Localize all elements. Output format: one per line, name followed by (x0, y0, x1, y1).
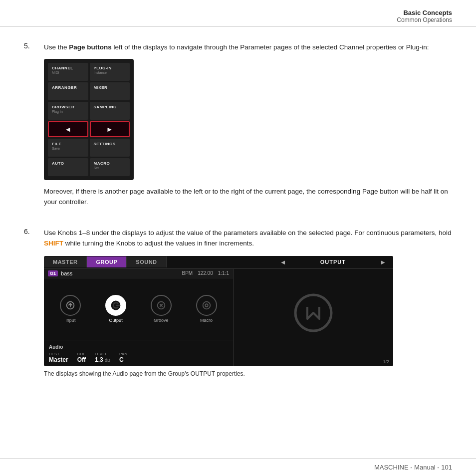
info-bar: G1 bass BPM 122.00 1:1:1 (44, 269, 233, 278)
audio-section: Audio DEST. Master CUE Off (44, 340, 233, 366)
icon-buttons-row: Input (44, 278, 233, 340)
page-buttons-bold: Page buttons (69, 43, 112, 51)
output-btn[interactable]: Output (105, 295, 126, 323)
param-pan: PAN C (119, 352, 127, 363)
macro-btn[interactable]: Macro (196, 295, 217, 323)
button-grid: CHANNEL MIDI PLUG-IN Instance ARRANGER M… (48, 63, 130, 176)
param-level: LEVEL 1.3 dB (95, 352, 110, 363)
shift-highlight: SHIFT (44, 239, 63, 247)
display-top-bar: MASTER GROUP SOUND ◄ OUTPUT ► (44, 256, 393, 269)
sound-name: bass (61, 270, 182, 276)
btn-settings: SETTINGS (90, 139, 130, 157)
main-content: 5. Use the Page buttons left of the disp… (0, 27, 476, 403)
logo-area (234, 269, 393, 357)
svg-point-6 (205, 304, 208, 307)
output-bar: ◄ OUTPUT ► (273, 256, 393, 268)
btn-channel: CHANNEL MIDI (48, 63, 88, 81)
step-6: 6. Use Knobs 1–8 under the displays to a… (24, 228, 452, 377)
position: 1:1:1 (218, 270, 229, 276)
tab-master[interactable]: MASTER (44, 256, 87, 267)
input-icon-circle (60, 295, 81, 316)
btn-plugin: PLUG-IN Instance (90, 63, 130, 81)
step-5-text: Use the Page buttons left of the display… (44, 42, 452, 53)
display-caption: The displays showing the Audio page from… (44, 370, 452, 377)
groove-label: Groove (154, 318, 169, 323)
moreover-text: Moreover, if there is another page avail… (44, 186, 452, 208)
btn-auto: AUTO (48, 158, 88, 176)
audio-params: DEST. Master CUE Off LEVEL 1.3 dB (49, 352, 228, 363)
btn-file: FILE Save (48, 139, 88, 157)
step-5-number: 5. (24, 42, 36, 217)
input-btn[interactable]: Input (60, 295, 81, 323)
tab-group[interactable]: GROUP (87, 256, 127, 267)
btn-nav-right[interactable]: ► (90, 121, 130, 137)
display-right: 1/2 (234, 269, 393, 366)
display-left: G1 bass BPM 122.00 1:1:1 (44, 269, 234, 366)
step-6-number: 6. (24, 228, 36, 377)
page-number-right: 1/2 (234, 357, 393, 366)
btn-sampling: SAMPLING (90, 102, 130, 120)
svg-point-5 (203, 302, 210, 309)
audio-label: Audio (49, 344, 228, 350)
btn-mixer: MIXER (90, 82, 130, 100)
page-footer: MASCHINE - Manual - 101 (0, 458, 476, 476)
input-label: Input (65, 318, 75, 323)
param-dest: DEST. Master (49, 352, 68, 363)
output-label-text: Output (109, 318, 123, 323)
tab-sound[interactable]: SOUND (127, 256, 166, 267)
display-screenshot: MASTER GROUP SOUND ◄ OUTPUT ► (44, 256, 393, 366)
sound-tag: G1 (48, 270, 58, 276)
step-5-body: Use the Page buttons left of the display… (44, 42, 452, 217)
step-6-body: Use Knobs 1–8 under the displays to adju… (44, 228, 452, 377)
bpm-info: BPM 122.00 1:1:1 (182, 270, 229, 276)
btn-browser: BROWSER Plug-in (48, 102, 88, 120)
bpm-value: 122.00 (198, 270, 213, 276)
macro-label: Macro (200, 318, 213, 323)
bpm-label: BPM (182, 270, 193, 276)
maschine-logo (293, 293, 333, 333)
output-icon-circle (105, 295, 126, 316)
chapter-title: Basic Concepts (403, 9, 452, 16)
moreover-paragraph: Moreover, if there is another page avail… (44, 180, 452, 208)
btn-arranger: ARRANGER (48, 82, 88, 100)
output-label: OUTPUT (320, 259, 346, 265)
btn-macro: MACRO Set (90, 158, 130, 176)
step-5: 5. Use the Page buttons left of the disp… (24, 42, 452, 217)
footer-text: MASCHINE - Manual - 101 (374, 464, 452, 471)
macro-icon-circle (196, 295, 217, 316)
btn-nav-left[interactable]: ◄ (48, 121, 88, 137)
param-cue: CUE Off (77, 352, 86, 363)
display-content: G1 bass BPM 122.00 1:1:1 (44, 269, 393, 366)
groove-btn[interactable]: Groove (151, 295, 172, 323)
output-right-arrow[interactable]: ► (380, 258, 386, 266)
controller-screenshot: CHANNEL MIDI PLUG-IN Instance ARRANGER M… (44, 59, 134, 180)
section-title: Common Operations (397, 16, 452, 23)
output-left-arrow[interactable]: ◄ (280, 258, 286, 266)
groove-icon-circle (151, 295, 172, 316)
page-header: Basic Concepts Common Operations (0, 0, 476, 27)
step-6-text: Use Knobs 1–8 under the displays to adju… (44, 228, 452, 249)
